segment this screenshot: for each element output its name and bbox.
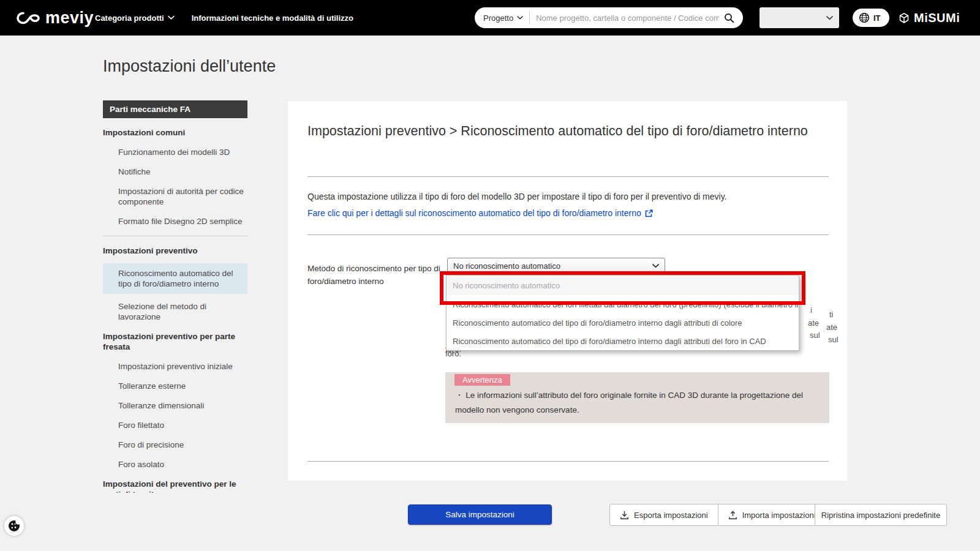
sidebar-item-tolleranze-dimensionali[interactable]: Tolleranze dimensionali [118,400,247,411]
sidebar-section-preventivo-parte-fresata[interactable]: Impostazioni preventivo per parte fresat… [103,331,247,352]
background-text-fragment: sul [810,331,820,340]
reset-defaults-button[interactable]: Ripristina impostazioni predefinite [815,504,947,526]
export-settings-button[interactable]: Esporta impostazioni [609,504,718,526]
setting-description: Questa impostazione utilizza il tipo di … [307,192,727,201]
search-scope-value: Progetto [483,13,513,23]
language-switcher[interactable]: IT [853,9,889,27]
dropdown-option-color-attributes[interactable]: Riconoscimento automatico del tipo di fo… [447,313,799,332]
main-nav: Categoria prodotti Informazioni tecniche… [95,13,353,23]
warning-label: Avvertenza [454,374,510,386]
import-settings-button[interactable]: Importa impostazioni [718,504,826,526]
external-link-icon [645,209,653,217]
background-text-fragment: ti [829,310,834,319]
select-current-value: No riconoscimento automatico [453,261,560,271]
upload-icon [728,511,737,520]
meviy-logo[interactable]: meviy [16,9,94,28]
background-text-fragment: sul [828,335,839,344]
sidebar-item-selezione-metodo-lavorazione[interactable]: Selezione del metodo di lavorazione [118,301,247,322]
search-bar: Progetto [475,7,743,28]
panel-title: Impostazioni preventivo > Riconoscimento… [307,119,816,143]
recognition-method-dropdown: No riconoscimento automatico Riconoscime… [446,275,799,351]
settings-sidebar: Parti meccaniche FA Impostazioni comuni … [103,100,247,493]
chevron-down-icon [826,16,833,20]
header-empty-select[interactable] [760,7,839,28]
download-icon [620,511,629,520]
misumi-logo[interactable]: MiSUMi [898,11,960,25]
details-link-text[interactable]: Fare clic qui per i dettagli sul riconos… [307,208,641,218]
globe-icon [859,12,870,23]
brand-name: meviy [45,9,94,28]
sidebar-item-tolleranze-esterne[interactable]: Tolleranze esterne [118,381,247,391]
search-scope-select[interactable]: Progetto [483,11,530,24]
sidebar-tab-parti-meccaniche-fa[interactable]: Parti meccaniche FA [103,100,247,118]
field-label: Metodo di riconoscimento per tipo di for… [307,262,447,288]
top-navigation-bar: meviy Categoria prodotti Informazioni te… [0,0,980,36]
sidebar-item-foro-filettato-fresata[interactable]: Foro filettato [118,420,247,430]
divider [307,176,829,177]
sidebar-section-impostazioni-comuni[interactable]: Impostazioni comuni [103,127,247,138]
import-export-group: Esporta impostazioni Importa impostazion… [609,504,826,526]
recognition-method-select[interactable]: No riconoscimento automatico [447,258,665,274]
background-text-fragment: ate [826,323,837,332]
warning-text: ・ Le informazioni sull’attributo del for… [455,388,822,418]
import-button-label: Importa impostazioni [742,511,816,520]
dropdown-option-cad-hole-attributes[interactable]: Riconoscimento automatico del tipo di fo… [447,332,799,350]
chevron-down-icon [517,16,523,20]
nav-informazioni-tecniche[interactable]: Informazioni tecniche e modalità di util… [192,13,353,23]
meviy-logo-icon [16,10,42,25]
background-text-fragment: ate [808,318,819,328]
nav-categoria-prodotti[interactable]: Categoria prodotti [95,13,175,23]
details-link[interactable]: Fare clic qui per i dettagli sul riconos… [307,208,653,218]
export-button-label: Esporta impostazioni [634,511,708,520]
sidebar-item-riconoscimento-automatico-active[interactable]: Riconoscimento automatico del tipo di fo… [103,263,247,294]
background-text-fragment: i [810,305,812,315]
sidebar-item-formato-file-disegno-2d[interactable]: Formato file Disegno 2D semplice [118,216,247,227]
sidebar-item-autorita-codice-componente[interactable]: Impostazioni di autorità per codice comp… [118,186,247,207]
sidebar-item-funzionamento-modelli-3d[interactable]: Funzionamento dei modelli 3D [118,147,247,157]
nav-categoria-prodotti-label: Categoria prodotti [95,13,164,23]
divider [307,461,829,462]
dropdown-option-threaded-by-diameter[interactable]: Riconoscimento automatico dei fori filet… [447,295,799,313]
misumi-cube-icon [898,12,910,24]
search-icon[interactable] [723,12,736,24]
sidebar-item-foro-di-precisione-fresata[interactable]: Foro di precisione [118,440,247,450]
chevron-down-icon [168,16,175,20]
warning-box: Avvertenza ・ Le informazioni sull’attrib… [445,372,829,423]
cookie-consent-icon[interactable] [4,516,24,536]
sidebar-item-foro-asolato[interactable]: Foro asolato [118,459,247,470]
save-settings-button[interactable]: Salva impostazioni [408,504,552,525]
page-title: Impostazioni dell’utente [103,57,276,76]
divider [307,234,829,235]
sidebar-section-impostazioni-preventivo[interactable]: Impostazioni preventivo [103,246,247,256]
chevron-down-icon [652,264,659,268]
sidebar-section-preventivo-parti-tornitura[interactable]: Impostazioni del preventivo per le parti… [103,479,247,493]
sidebar-item-preventivo-iniziale-fresata[interactable]: Impostazioni preventivo iniziale [118,361,247,372]
sidebar-item-notifiche[interactable]: Notifiche [118,167,247,177]
sidebar-divider [103,236,247,236]
search-input[interactable] [530,13,723,23]
settings-panel: Impostazioni preventivo > Riconoscimento… [288,101,847,481]
language-code: IT [873,13,881,23]
dropdown-option-no-recognition[interactable]: No riconoscimento automatico [447,276,799,295]
misumi-brand-name: MiSUMi [914,11,960,25]
